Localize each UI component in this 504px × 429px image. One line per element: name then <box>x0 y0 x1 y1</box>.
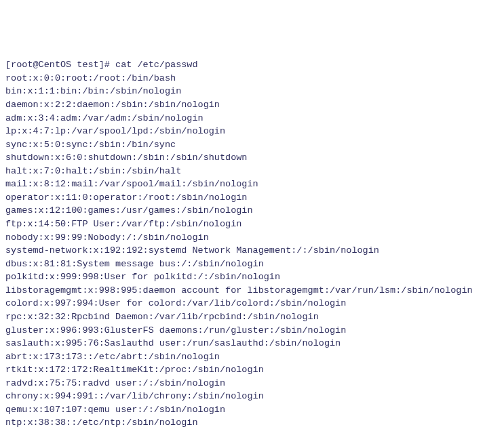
passwd-line: halt:x:7:0:halt:/sbin:/sbin/halt <box>5 165 499 178</box>
passwd-line: adm:x:3:4:adm:/var/adm:/sbin/nologin <box>5 112 499 125</box>
passwd-line: root:x:0:0:root:/root:/bin/bash <box>5 72 499 85</box>
passwd-line: abrt:x:173:173::/etc/abrt:/sbin/nologin <box>5 350 499 364</box>
passwd-line: mail:x:8:12:mail:/var/spool/mail:/sbin/n… <box>5 178 499 191</box>
terminal-output: [root@CentOS test]# cat /etc/passwdroot:… <box>5 58 499 429</box>
passwd-line: bin:x:1:1:bin:/bin:/sbin/nologin <box>5 85 499 98</box>
passwd-line: rtkit:x:172:172:RealtimeKit:/proc:/sbin/… <box>5 363 499 377</box>
passwd-line: sync:x:5:0:sync:/sbin:/bin/sync <box>5 138 499 152</box>
passwd-line: libstoragemgmt:x:998:995:daemon account … <box>5 284 499 298</box>
passwd-line: chrony:x:994:991::/var/lib/chrony:/sbin/… <box>5 390 499 403</box>
passwd-line: games:x:12:100:games:/usr/games:/sbin/no… <box>5 204 499 218</box>
passwd-line: gluster:x:996:993:GlusterFS daemons:/run… <box>5 324 499 338</box>
passwd-line: operator:x:11:0:operator:/root:/sbin/nol… <box>5 191 499 205</box>
passwd-line: nobody:x:99:99:Nobody:/:/sbin/nologin <box>5 231 499 245</box>
passwd-line: saslauth:x:995:76:Saslauthd user:/run/sa… <box>5 337 499 350</box>
passwd-line: qemu:x:107:107:qemu user:/:/sbin/nologin <box>5 403 499 417</box>
passwd-line: radvd:x:75:75:radvd user:/:/sbin/nologin <box>5 377 499 390</box>
passwd-line: dbus:x:81:81:System message bus:/:/sbin/… <box>5 258 499 271</box>
passwd-line: ntp:x:38:38::/etc/ntp:/sbin/nologin <box>5 416 499 429</box>
passwd-line: systemd-network:x:192:192:systemd Networ… <box>5 244 499 258</box>
passwd-line: ftp:x:14:50:FTP User:/var/ftp:/sbin/nolo… <box>5 218 499 231</box>
passwd-line: lp:x:4:7:lp:/var/spool/lpd:/sbin/nologin <box>5 125 499 138</box>
passwd-line: shutdown:x:6:0:shutdown:/sbin:/sbin/shut… <box>5 151 499 165</box>
shell-prompt: [root@CentOS test]# cat /etc/passwd <box>5 58 499 72</box>
passwd-line: daemon:x:2:2:daemon:/sbin:/sbin/nologin <box>5 98 499 112</box>
passwd-line: rpc:x:32:32:Rpcbind Daemon:/var/lib/rpcb… <box>5 310 499 324</box>
passwd-line: polkitd:x:999:998:User for polkitd:/:/sb… <box>5 270 499 284</box>
passwd-line: colord:x:997:994:User for colord:/var/li… <box>5 297 499 310</box>
